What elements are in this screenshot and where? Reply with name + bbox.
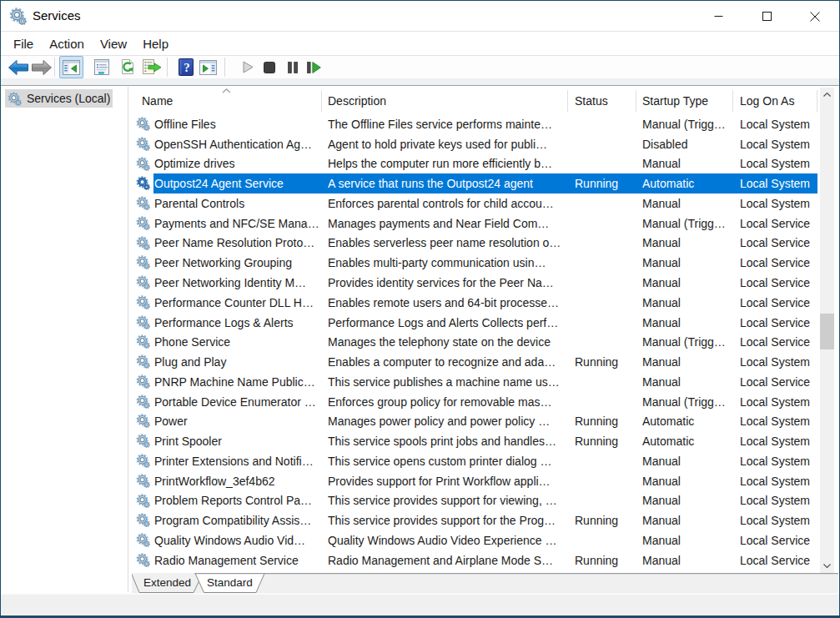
title-bar: Services [1,1,839,32]
cell-log_on_as: Local Service [740,273,817,293]
service-row-19[interactable]: PrintWorkflow_3ef4b62Provides support fo… [132,471,820,491]
tab-extended[interactable]: Extended [143,576,191,589]
show-console-tree-button[interactable] [59,56,83,78]
restart-service-icon [307,62,321,73]
cell-name: Portable Device Enumerator … [154,392,320,412]
service-row-8[interactable]: Peer Networking GroupingEnables multi-pa… [132,253,820,273]
scroll-thumb[interactable] [820,314,834,349]
close-button[interactable] [791,1,839,32]
service-gear-icon [136,275,150,289]
service-row-7[interactable]: Peer Name Resolution Proto…Enables serve… [132,234,820,254]
column-separator[interactable] [817,90,817,112]
service-gear-icon [136,255,150,269]
vertical-scrollbar[interactable] [820,88,834,573]
service-row-22[interactable]: Quality Windows Audio Vid…Quality Window… [132,530,820,550]
cell-name: Peer Name Resolution Proto… [154,234,320,254]
pause-service-icon [288,62,298,73]
cell-status [575,273,633,293]
cell-log_on_as: Local System [740,431,817,451]
cell-startup_type: Manual [642,313,730,333]
cell-status [575,392,633,412]
refresh-icon [119,59,136,76]
service-rows: Offline FilesThe Offline Files service p… [132,114,820,571]
cell-name: Performance Counter DLL H… [154,293,320,313]
forward-button[interactable] [31,56,53,78]
cell-status [575,253,633,273]
cell-name: Peer Networking Grouping [154,253,320,273]
column-separator[interactable] [636,90,636,112]
menu-view[interactable]: View [92,32,134,55]
column-separator[interactable] [567,90,568,112]
service-row-11[interactable]: Performance Logs & AlertsPerformance Log… [132,313,820,333]
properties-button[interactable] [91,56,113,78]
cell-name: Phone Service [154,332,320,352]
show-action-pane-icon [199,60,217,75]
service-row-12[interactable]: Phone ServiceManages the telephony state… [132,332,820,352]
service-row-18[interactable]: Printer Extensions and Notifi…This servi… [132,451,820,471]
service-gear-icon [136,494,150,508]
service-row-5[interactable]: Parental ControlsEnforces parental contr… [132,193,820,214]
cell-name: PrintWorkflow_3ef4b62 [154,471,320,491]
show-console-tree-icon [63,60,80,75]
help-icon: ? [179,58,194,76]
column-header-status[interactable]: Status [575,87,633,114]
service-row-20[interactable]: Problem Reports Control Pa…This service … [132,491,820,511]
service-row-15[interactable]: Portable Device Enumerator …Enforces gro… [132,392,820,412]
service-row-10[interactable]: Performance Counter DLL H…Enables remote… [132,293,820,313]
service-row-4[interactable]: Outpost24 Agent ServiceA service that ru… [132,173,820,193]
column-header-startup-type[interactable]: Startup Type [642,87,730,114]
cell-log_on_as: Local Service [740,550,817,570]
stop-service-button[interactable] [259,56,280,78]
cell-name: Print Spooler [154,431,320,451]
column-header-description[interactable]: Description [328,87,564,114]
service-row-23[interactable]: Radio Management ServiceRadio Management… [132,550,820,570]
cell-description: Performance Logs and Alerts Collects per… [328,313,564,333]
menu-help[interactable]: Help [135,32,177,55]
maximize-button[interactable] [742,1,791,32]
column-separator[interactable] [732,90,733,112]
cell-status [575,234,633,254]
service-row-1[interactable]: Offline FilesThe Offline Files service p… [132,114,820,134]
start-service-icon [243,61,254,73]
tab-standard[interactable]: Standard [207,576,253,589]
show-action-pane-button[interactable] [197,56,219,78]
scroll-down-arrow[interactable] [820,559,834,573]
back-button[interactable] [8,56,29,78]
cell-startup_type: Manual [642,273,730,293]
service-row-21[interactable]: Program Compatibility Assis…This service… [132,510,820,530]
service-row-17[interactable]: Print SpoolerThis service spools print j… [132,431,820,451]
service-row-14[interactable]: PNRP Machine Name Public…This service pu… [132,372,820,392]
list-header: NameDescriptionStatusStartup TypeLog On … [132,87,838,114]
cell-description: This service spools print jobs and handl… [328,431,564,451]
pane-splitter[interactable] [128,87,128,592]
cell-log_on_as: Local System [740,491,817,511]
service-row-9[interactable]: Peer Networking Identity M…Provides iden… [132,273,820,293]
cell-startup_type: Manual [642,530,730,550]
help-button[interactable]: ? [175,56,197,78]
refresh-button[interactable] [117,56,138,78]
cell-log_on_as: Local System [740,510,817,530]
service-row-6[interactable]: Payments and NFC/SE Mana…Manages payment… [132,214,820,234]
start-service-button[interactable] [237,56,259,78]
service-row-3[interactable]: Optimize drivesHelps the computer run mo… [132,154,820,174]
cell-status [575,471,633,491]
service-row-13[interactable]: Plug and PlayEnables a computer to recog… [132,352,820,372]
minimize-button[interactable] [694,1,742,32]
service-gear-icon [136,533,150,547]
service-row-2[interactable]: OpenSSH Authentication Ag…Agent to hold … [132,134,820,154]
pause-service-button[interactable] [282,56,304,78]
column-header-log-on-as[interactable]: Log On As [740,87,817,114]
stop-service-icon [264,62,275,73]
scroll-up-arrow[interactable] [820,88,834,102]
cell-startup_type: Manual (Trigg… [642,114,730,134]
status-bar [1,593,839,615]
cell-description: This service provides support for viewin… [328,491,564,511]
tree-item-services-local[interactable]: Services (Local) [5,89,113,108]
column-separator[interactable] [321,90,322,112]
restart-service-button[interactable] [303,56,324,78]
menu-file[interactable]: File [1,32,42,55]
menu-action[interactable]: Action [42,32,93,55]
service-gear-icon [136,374,150,389]
service-row-16[interactable]: PowerManages power policy and power poli… [132,411,820,431]
export-list-button[interactable] [141,56,163,78]
